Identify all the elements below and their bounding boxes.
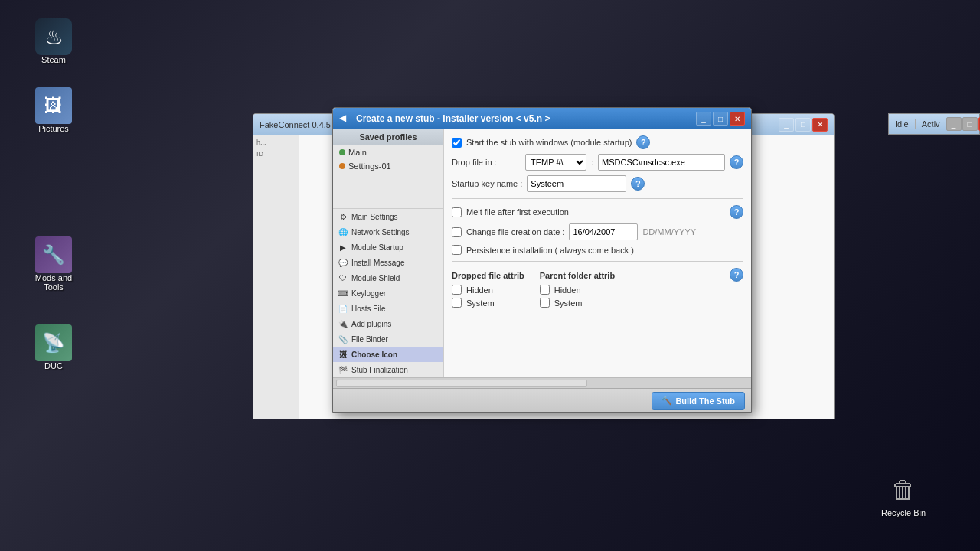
parent-system-checkbox[interactable] (540, 298, 550, 308)
parent-hidden-checkbox[interactable] (540, 285, 550, 295)
bg-sidebar: h... ID (253, 135, 299, 419)
nav-choose-icon[interactable]: 🖼 Choose Icon (333, 347, 443, 362)
dialog-title: Create a new stub - Installer version < … (356, 113, 696, 124)
recycle-bin-label: Recycle Bin (881, 508, 926, 517)
attrib-section: Dropped file attrib Hidden System (452, 271, 725, 308)
idle-min-btn[interactable]: _ (946, 117, 962, 131)
steam-icon: ♨ (35, 18, 72, 55)
build-stub-button[interactable]: 🔨 Build The Stub (652, 392, 745, 410)
dialog-titlebar: ◀ Create a new stub - Installer version … (333, 108, 751, 129)
main-settings-icon: ⚙ (338, 211, 348, 222)
dialog-titlebar-icon: ◀ (339, 112, 351, 125)
desktop-icon-mods-tools[interactable]: 🔧 Mods and Tools (23, 233, 84, 295)
nav-stub-finalization[interactable]: 🏁 Stub Finalization (333, 362, 443, 377)
dropped-system-label: System (466, 298, 495, 308)
profile-settings01[interactable]: Settings-01 (333, 159, 443, 173)
drop-file-select[interactable]: TEMP #\ (525, 154, 586, 171)
nav-choose-icon-label: Choose Icon (351, 350, 397, 359)
steam-icon-label: Steam (41, 55, 66, 64)
horizontal-scrollbar[interactable] (336, 380, 587, 387)
mods-tools-icon-label: Mods and Tools (26, 273, 81, 292)
dropped-system-checkbox[interactable] (452, 298, 462, 308)
bg-window-title: FakeConnect 0.4.5 (260, 120, 331, 129)
dropped-system-row: System (452, 298, 524, 308)
idle-max-btn[interactable]: □ (962, 117, 978, 131)
startup-key-help-btn[interactable]: ? (631, 177, 645, 191)
desktop-icon-steam[interactable]: ♨ Steam (23, 15, 84, 67)
melt-help-btn[interactable]: ? (730, 205, 743, 219)
drop-file-help-btn[interactable]: ? (730, 155, 743, 169)
attrib-help-btn[interactable]: ? (730, 268, 743, 282)
file-binder-icon: 📎 (338, 334, 348, 344)
dropped-hidden-row: Hidden (452, 285, 524, 295)
saved-profiles-header: Saved profiles (333, 129, 443, 145)
nav-keylogger[interactable]: ⌨ Keylogger (333, 285, 443, 301)
choose-icon-icon: 🖼 (338, 349, 348, 360)
build-btn-label: Build The Stub (675, 396, 735, 406)
drop-file-input[interactable] (598, 154, 725, 171)
module-startup-icon: ▶ (338, 242, 348, 253)
dialog-maximize-btn[interactable]: □ (713, 112, 728, 126)
nav-hosts-file[interactable]: 📄 Hosts File (333, 301, 443, 316)
dialog-minimize-btn[interactable]: _ (696, 112, 711, 126)
nav-network-settings-label: Network Settings (351, 228, 410, 236)
nav-hosts-file-label: Hosts File (351, 305, 385, 313)
profile-settings01-label: Settings-01 (348, 161, 391, 171)
startup-key-input[interactable] (527, 175, 626, 192)
startup-key-label: Startup key name : (452, 179, 522, 188)
nav-items: ⚙ Main Settings 🌐 Network Settings ▶ Mod… (333, 208, 443, 377)
duc-icon-label: DUC (44, 361, 63, 370)
parent-system-row: System (540, 298, 615, 308)
change-date-checkbox[interactable] (452, 227, 462, 237)
recycle-bin-image: 🗑 (885, 471, 922, 508)
recycle-bin-icon[interactable]: 🗑 Recycle Bin (873, 468, 934, 520)
parent-folder-attrib-header: Parent folder attrib (540, 271, 615, 280)
startup-checkbox-label: Start the stub with windows (module star… (466, 138, 632, 147)
dropped-hidden-checkbox[interactable] (452, 285, 462, 295)
persistence-label: Persistence installation ( always come b… (466, 246, 634, 255)
bg-maximize-btn[interactable]: □ (795, 118, 811, 132)
dropped-file-attrib-group: Dropped file attrib Hidden System (452, 271, 524, 308)
parent-hidden-row: Hidden (540, 285, 615, 295)
active-label: Activ (916, 119, 946, 129)
add-plugins-icon: 🔌 (338, 318, 348, 329)
install-message-icon: 💬 (338, 257, 348, 268)
melt-row: Melt file after first execution ? (452, 205, 743, 219)
module-shield-icon: 🛡 (338, 272, 348, 283)
persistence-checkbox[interactable] (452, 245, 462, 255)
melt-label: Melt file after first execution (466, 207, 569, 217)
profile-main-dot (339, 149, 345, 155)
drop-file-label: Drop file in : (452, 158, 521, 167)
nav-install-message[interactable]: 💬 Install Message (333, 255, 443, 270)
startup-checkbox[interactable] (452, 138, 462, 148)
nav-install-message-label: Install Message (351, 259, 404, 267)
dialog-close-btn[interactable]: ✕ (730, 112, 745, 126)
nav-add-plugins[interactable]: 🔌 Add plugins (333, 316, 443, 331)
nav-module-startup[interactable]: ▶ Module Startup (333, 240, 443, 255)
nav-network-settings[interactable]: 🌐 Network Settings (333, 224, 443, 240)
nav-keylogger-label: Keylogger (351, 289, 386, 298)
desktop-icon-duc[interactable]: 📡 DUC (23, 321, 84, 373)
nav-file-binder[interactable]: 📎 File Binder (333, 331, 443, 347)
nav-file-binder-label: File Binder (351, 335, 388, 344)
persistence-row: Persistence installation ( always come b… (452, 245, 743, 255)
parent-system-label: System (554, 298, 583, 308)
desktop-icon-pictures[interactable]: 🖼 Pictures (23, 84, 84, 136)
scroll-bar-area (333, 377, 751, 388)
profile-settings01-dot (339, 163, 345, 169)
dialog-bottom-bar: 🔨 Build The Stub (333, 388, 751, 412)
parent-hidden-label: Hidden (554, 285, 581, 295)
melt-checkbox[interactable] (452, 207, 462, 217)
bg-minimize-btn[interactable]: _ (779, 118, 794, 132)
change-date-input[interactable] (569, 223, 638, 240)
startup-key-row: Startup key name : ? (452, 175, 743, 192)
nav-stub-finalization-label: Stub Finalization (351, 366, 408, 374)
nav-module-shield[interactable]: 🛡 Module Shield (333, 270, 443, 285)
profile-main[interactable]: Main (333, 145, 443, 159)
startup-checkbox-row: Start the stub with windows (module star… (452, 135, 743, 149)
drop-file-colon: : (591, 158, 593, 167)
nav-main-settings[interactable]: ⚙ Main Settings (333, 209, 443, 224)
startup-help-btn[interactable]: ? (636, 135, 650, 149)
bg-close-btn[interactable]: ✕ (812, 118, 828, 132)
pictures-icon-label: Pictures (38, 124, 69, 133)
